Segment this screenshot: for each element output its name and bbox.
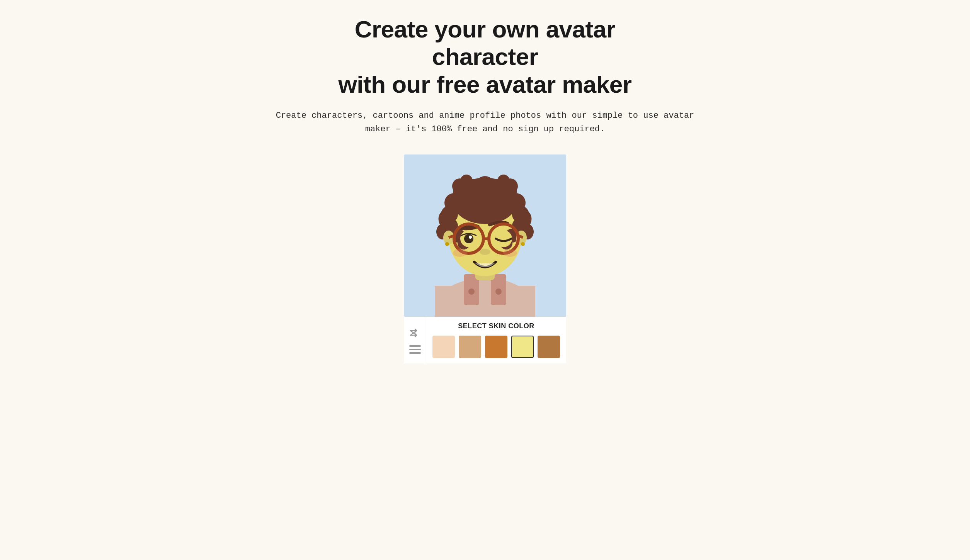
svg-point-49	[453, 249, 467, 257]
skin-color-label: SELECT SKIN COLOR	[432, 322, 560, 330]
skin-color-swatches	[432, 336, 560, 358]
svg-point-45	[464, 234, 473, 243]
skin-color-swatch-medium-light[interactable]	[459, 336, 481, 358]
svg-point-29	[497, 175, 510, 187]
skin-color-swatch-tan[interactable]	[538, 336, 560, 358]
svg-point-28	[460, 175, 473, 187]
svg-point-50	[503, 249, 517, 257]
svg-point-5	[468, 288, 475, 295]
avatar-section: SELECT SKIN COLOR	[404, 154, 566, 363]
skin-color-swatch-medium[interactable]	[485, 336, 507, 358]
skin-color-swatch-light[interactable]	[432, 336, 455, 358]
svg-point-37	[521, 242, 525, 246]
svg-point-6	[495, 288, 502, 295]
controls-panel: SELECT SKIN COLOR	[404, 317, 566, 363]
page-title: Create your own avatar character with ou…	[311, 15, 659, 98]
controls-right: SELECT SKIN COLOR	[426, 317, 566, 363]
svg-line-42	[449, 236, 454, 238]
svg-point-48	[480, 249, 490, 255]
menu-line-1	[409, 345, 421, 347]
svg-point-46	[469, 236, 472, 239]
controls-left	[404, 317, 426, 363]
svg-point-36	[445, 242, 449, 246]
page-subtitle: Create characters, cartoons and anime pr…	[272, 109, 698, 136]
menu-line-2	[409, 349, 421, 350]
menu-line-3	[409, 352, 421, 354]
skin-color-swatch-yellow[interactable]	[511, 336, 534, 358]
avatar-svg	[404, 154, 566, 317]
svg-line-43	[518, 236, 523, 238]
shuffle-button[interactable]	[409, 327, 421, 339]
shuffle-icon	[409, 327, 421, 339]
avatar-canvas	[404, 154, 566, 317]
svg-rect-2	[435, 286, 535, 317]
menu-button[interactable]	[409, 345, 421, 354]
